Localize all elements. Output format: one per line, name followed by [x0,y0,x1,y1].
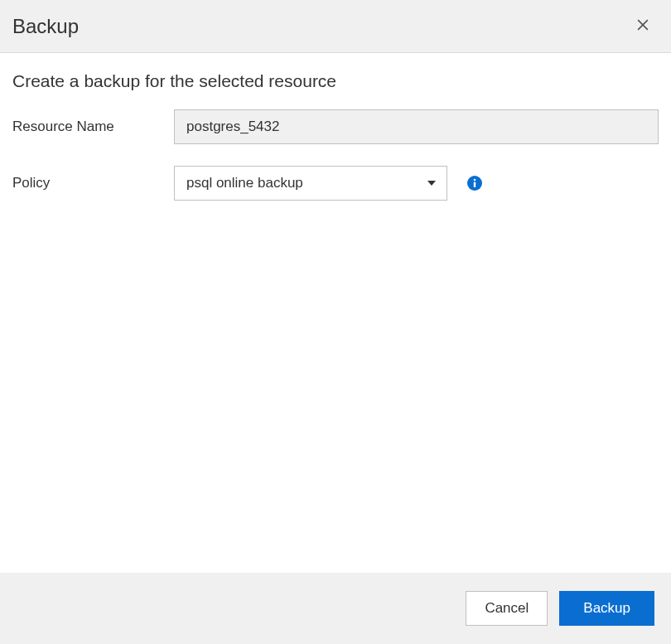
info-icon[interactable] [467,176,482,191]
dialog-subtitle: Create a backup for the selected resourc… [12,71,659,91]
policy-row: Policy psql online backup [12,166,659,201]
policy-label: Policy [12,175,174,191]
resource-name-label: Resource Name [12,119,174,135]
policy-select-value: psql online backup [186,175,303,191]
backup-button[interactable]: Backup [559,591,654,626]
dialog-header: Backup [0,0,671,53]
close-button[interactable] [631,13,654,39]
svg-rect-4 [474,182,475,188]
cancel-button[interactable]: Cancel [466,591,548,626]
dialog-footer: Cancel Backup [0,573,671,644]
resource-name-input [174,109,659,144]
dialog-content: Create a backup for the selected resourc… [0,53,671,573]
dialog-title: Backup [12,15,79,38]
policy-select[interactable]: psql online backup [174,166,447,201]
resource-name-row: Resource Name [12,109,659,144]
policy-select-wrapper: psql online backup [174,166,447,201]
close-icon [635,17,651,36]
svg-point-3 [474,179,476,182]
